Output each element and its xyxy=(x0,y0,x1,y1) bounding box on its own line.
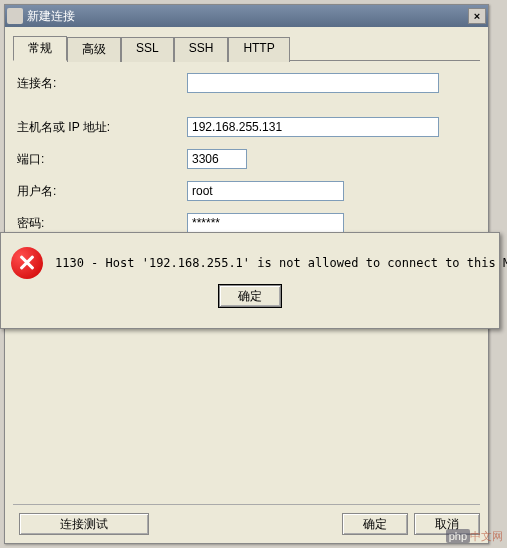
label-password: 密码: xyxy=(17,215,187,232)
label-connection-name: 连接名: xyxy=(17,75,187,92)
tab-strip: 常规 高级 SSL SSH HTTP xyxy=(5,27,488,60)
tab-http[interactable]: HTTP xyxy=(228,37,289,62)
input-password[interactable] xyxy=(187,213,344,233)
watermark-cn: 中文网 xyxy=(470,530,503,542)
input-user[interactable] xyxy=(187,181,344,201)
error-dialog: 1130 - Host '192.168.255.1' is not allow… xyxy=(0,232,500,329)
row-port: 端口: xyxy=(17,149,476,169)
label-port: 端口: xyxy=(17,151,187,168)
label-host: 主机名或 IP 地址: xyxy=(17,119,187,136)
row-host: 主机名或 IP 地址: xyxy=(17,117,476,137)
label-user: 用户名: xyxy=(17,183,187,200)
tab-content-general: 连接名: 主机名或 IP 地址: 端口: 用户名: 密码: xyxy=(13,60,480,257)
row-password: 密码: xyxy=(17,213,476,233)
test-connection-button[interactable]: 连接测试 xyxy=(19,513,149,535)
tab-ssl[interactable]: SSL xyxy=(121,37,174,62)
error-icon xyxy=(11,247,43,279)
row-user: 用户名: xyxy=(17,181,476,201)
close-icon[interactable]: × xyxy=(468,8,486,24)
ok-button[interactable]: 确定 xyxy=(342,513,408,535)
error-body: 1130 - Host '192.168.255.1' is not allow… xyxy=(1,233,499,285)
tab-ssh[interactable]: SSH xyxy=(174,37,229,62)
watermark-php: php xyxy=(446,529,470,543)
app-icon xyxy=(7,8,23,24)
tab-general[interactable]: 常规 xyxy=(13,36,67,61)
titlebar: 新建连接 × xyxy=(5,5,488,27)
error-ok-button[interactable]: 确定 xyxy=(219,285,281,307)
tab-advanced[interactable]: 高级 xyxy=(67,37,121,62)
watermark: php中文网 xyxy=(446,529,503,544)
window-title: 新建连接 xyxy=(27,8,468,25)
input-port[interactable] xyxy=(187,149,247,169)
input-connection-name[interactable] xyxy=(187,73,439,93)
dialog-button-bar: 连接测试 确定 取消 xyxy=(13,504,480,535)
row-connection-name: 连接名: xyxy=(17,73,476,93)
input-host[interactable] xyxy=(187,117,439,137)
error-message: 1130 - Host '192.168.255.1' is not allow… xyxy=(55,256,507,270)
error-button-row: 确定 xyxy=(1,285,499,315)
